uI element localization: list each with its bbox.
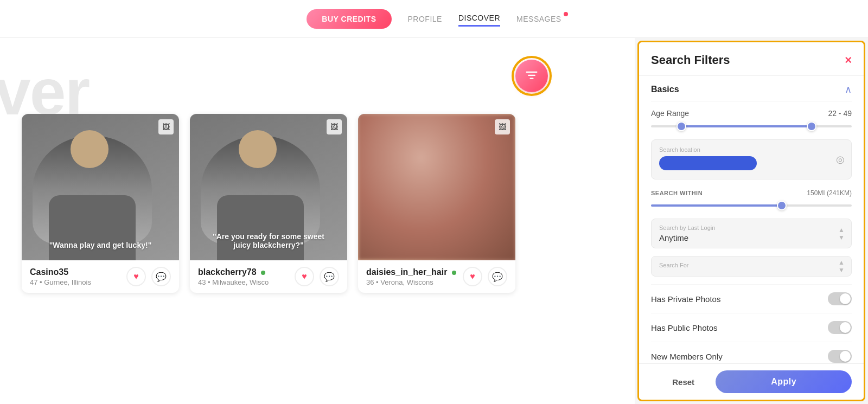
online-indicator <box>261 271 265 275</box>
chat-button[interactable]: 💬 <box>488 267 507 286</box>
age-range-value: 22 - 49 <box>828 109 852 118</box>
public-photos-toggle[interactable] <box>828 321 852 334</box>
panel-body: Basics ∧ Age Range 22 - 49 Search locati… <box>639 76 864 363</box>
header: BUY CREDITS PROFILE DISCOVER MESSAGES <box>0 0 868 38</box>
new-members-label: New Members Only <box>651 352 723 361</box>
card-details: 43 • Milwaukee, Wisco <box>198 278 295 286</box>
range-thumb-left[interactable] <box>676 121 686 131</box>
svg-rect-2 <box>530 78 534 79</box>
panel-footer: Reset Apply <box>639 363 864 400</box>
card-quote: "Are you ready for some sweet juicy blac… <box>206 232 331 249</box>
profile-card: 🖼 "Are you ready for some sweet juicy bl… <box>190 114 347 293</box>
card-username: daisies_in_her_hair <box>366 267 463 277</box>
card-actions: ♥ 💬 <box>295 267 339 286</box>
main-content: ver 🖼 "Wanna play and get l <box>0 38 868 404</box>
reset-button[interactable]: Reset <box>651 370 716 393</box>
new-members-toggle[interactable] <box>828 350 852 363</box>
card-info: Casino35 47 • Gurnee, Illinois ♥ 💬 <box>22 260 179 293</box>
basics-section-header: Basics ∧ <box>651 76 852 101</box>
search-location-box: Search location ◎ <box>651 139 852 179</box>
chat-button[interactable]: 💬 <box>320 267 339 286</box>
chevron-up-icon[interactable]: ∧ <box>845 84 852 95</box>
card-quote: "Wanna play and get lucky!" <box>37 241 163 249</box>
nav-discover[interactable]: DISCOVER <box>458 11 500 27</box>
card-info: daisies_in_her_hair 36 • Verona, Wiscons… <box>358 260 515 293</box>
panel-header: Search Filters × <box>639 42 864 76</box>
search-for-dropdown[interactable]: Search For ▲▼ <box>651 256 852 277</box>
last-login-label: Search by Last Login <box>659 225 844 231</box>
age-range-slider[interactable] <box>651 121 852 132</box>
card-image: 🖼 "Wanna play and get lucky!" <box>22 114 179 260</box>
buy-credits-button[interactable]: BUY CREDITS <box>307 9 391 29</box>
card-details: 47 • Gurnee, Illinois <box>30 278 126 286</box>
nav-messages[interactable]: MESSAGES <box>516 12 561 26</box>
dropdown-arrows-icon: ▲▼ <box>838 226 845 241</box>
card-details: 36 • Verona, Wiscons <box>366 278 463 286</box>
chat-button[interactable]: 💬 <box>151 267 171 286</box>
location-value <box>659 156 757 170</box>
card-image: 🖼 <box>358 114 515 260</box>
dropdown-arrows-icon: ▲▼ <box>838 259 845 274</box>
card-name-loc: blackcherry78 43 • Milwaukee, Wisco <box>198 267 295 286</box>
image-icon: 🖼 <box>327 119 342 134</box>
private-photos-label: Has Private Photos <box>651 294 720 304</box>
nav-profile[interactable]: PROFILE <box>408 12 442 26</box>
search-within-value: 150MI (241KM) <box>807 189 852 197</box>
profile-card: 🖼 daisies_in_her_hair 36 • Verona, Wisco… <box>358 114 515 293</box>
location-label: Search location <box>659 146 844 153</box>
toggle-thumb <box>840 351 851 362</box>
card-name-loc: Casino35 47 • Gurnee, Illinois <box>30 267 126 286</box>
filter-icon <box>524 68 539 84</box>
card-image: 🖼 "Are you ready for some sweet juicy bl… <box>190 114 347 260</box>
range-fill <box>681 125 812 127</box>
filter-button[interactable] <box>515 60 548 92</box>
private-photos-toggle[interactable] <box>828 292 852 305</box>
panel-title: Search Filters <box>651 53 730 67</box>
last-login-dropdown[interactable]: Search by Last Login Anytime ▲▼ <box>651 219 852 248</box>
toggle-thumb <box>840 322 851 333</box>
search-within-row: SEARCH WITHIN 150MI (241KM) <box>651 187 852 200</box>
last-login-value: Anytime <box>659 233 844 242</box>
image-icon: 🖼 <box>158 119 174 134</box>
basics-title: Basics <box>651 85 679 94</box>
image-icon: 🖼 <box>495 119 510 134</box>
search-for-label: Search For <box>659 262 844 268</box>
public-photos-label: Has Public Photos <box>651 323 718 332</box>
left-content: ver 🖼 "Wanna play and get l <box>0 38 635 404</box>
online-indicator <box>452 271 456 275</box>
card-info: blackcherry78 43 • Milwaukee, Wisco ♥ 💬 <box>190 260 347 293</box>
search-within-label: SEARCH WITHIN <box>651 190 703 196</box>
svg-rect-0 <box>526 72 538 73</box>
nav: BUY CREDITS PROFILE DISCOVER MESSAGES <box>307 9 561 29</box>
card-name-loc: daisies_in_her_hair 36 • Verona, Wiscons <box>366 267 463 286</box>
age-range-label: Age Range <box>651 109 689 118</box>
toggle-thumb <box>840 293 851 304</box>
card-username: blackcherry78 <box>198 267 295 277</box>
age-range-row: Age Range 22 - 49 <box>651 101 852 121</box>
card-username: Casino35 <box>30 267 126 277</box>
close-button[interactable]: × <box>845 53 852 67</box>
profile-card: 🖼 "Wanna play and get lucky!" Casino35 4… <box>22 114 179 293</box>
like-button[interactable]: ♥ <box>295 267 314 286</box>
public-photos-toggle-row: Has Public Photos <box>651 313 852 342</box>
card-actions: ♥ 💬 <box>463 267 507 286</box>
private-photos-toggle-row: Has Private Photos <box>651 284 852 313</box>
search-filters-panel: Search Filters × Basics ∧ Age Range 22 -… <box>637 41 865 401</box>
search-within-slider[interactable] <box>651 200 852 211</box>
range-fill <box>651 204 782 207</box>
like-button[interactable]: ♥ <box>463 267 482 286</box>
location-icon[interactable]: ◎ <box>836 153 845 165</box>
cards-grid: 🖼 "Wanna play and get lucky!" Casino35 4… <box>22 114 613 293</box>
apply-button[interactable]: Apply <box>716 370 852 393</box>
range-thumb-right[interactable] <box>807 121 816 131</box>
range-thumb[interactable] <box>777 201 787 210</box>
svg-rect-1 <box>528 75 535 76</box>
like-button[interactable]: ♥ <box>126 267 146 286</box>
card-actions: ♥ 💬 <box>126 267 171 286</box>
new-members-toggle-row: New Members Only <box>651 342 852 363</box>
